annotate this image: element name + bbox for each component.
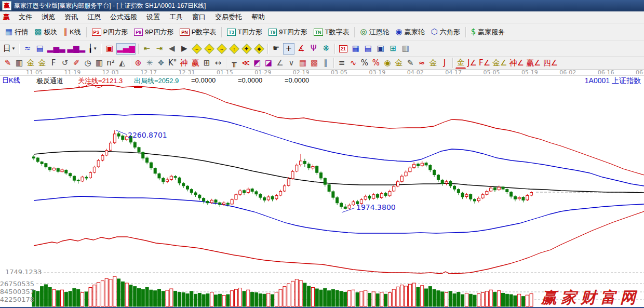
title-bar[interactable]: 赢 赢家江恩专业版[赢家内部服务平台] - [上证指数 SH1A0001-167… [0, 0, 644, 11]
chart9-icon[interactable]: ▃▆▂ [67, 43, 86, 55]
fan-box2-icon[interactable]: ◪ [263, 58, 274, 68]
ying-ruler-icon[interactable]: 赢 [190, 58, 200, 68]
last-page-icon[interactable]: ⇥ [154, 43, 165, 55]
gold-circle-icon[interactable]: ◉ [382, 58, 393, 68]
memo-icon[interactable]: ▤ [363, 43, 374, 55]
j-line-icon[interactable]: J [439, 58, 450, 68]
pen-ruler-icon[interactable]: ✐ [71, 58, 82, 68]
gold-ruler2-icon[interactable]: 金 [37, 58, 47, 68]
gold-line-icon[interactable]: 金 [428, 58, 438, 68]
volume-panel-icon[interactable]: ▂▄▆ [116, 43, 136, 55]
brush-icon[interactable]: ✎ [3, 58, 13, 68]
first-page-icon[interactable]: ⇤ [141, 43, 153, 55]
spiral-icon[interactable]: ↺ [60, 58, 70, 68]
candle-style-selector[interactable]: ╽▼ [87, 43, 98, 55]
fan-box-icon[interactable]: ◩ [252, 58, 262, 68]
zoom-in-icon[interactable]: ✚ [241, 43, 252, 55]
hand-tool-icon[interactable]: ☛ [271, 43, 282, 55]
grid-red-icon[interactable]: ▦ [298, 58, 308, 68]
workstation-icon[interactable]: ▥ [400, 43, 411, 55]
f10-info-icon[interactable]: ▤ [34, 43, 46, 55]
chart-canvas[interactable]: 11-0511-1912-0312-1712-3101-1501-2902-19… [0, 70, 644, 308]
menu-item-tools[interactable]: 工具 [165, 12, 187, 22]
k-quote-icon[interactable]: K" [167, 58, 178, 68]
save-icon[interactable]: ▣ [375, 43, 386, 55]
hexagon-button[interactable]: ⬡六角形 [428, 26, 463, 38]
p-square-button[interactable]: PSP四方形 [89, 26, 131, 38]
quotes-button[interactable]: ▦行情 [3, 26, 31, 38]
fan-lines-icon[interactable]: ≪ [240, 58, 251, 68]
si-angle-icon[interactable]: 四∠ [542, 58, 558, 68]
p-number-button[interactable]: PNP数字表 [177, 26, 219, 38]
span-arrow-icon[interactable]: ↔ [213, 58, 223, 68]
chart3-icon[interactable]: ▂▅▃ [47, 43, 66, 55]
n2-icon[interactable]: n² [105, 58, 116, 68]
gold-angle2-icon[interactable]: 金∠ [492, 58, 507, 68]
gann-web-square-icon[interactable]: ❖ [156, 58, 166, 68]
price-column-icon[interactable]: ≡ [337, 58, 347, 68]
beam-icon[interactable]: ╥ [229, 58, 239, 68]
shen-ruler-icon[interactable]: 神 [179, 58, 189, 68]
grid-axis-icon[interactable]: ▩ [309, 58, 319, 68]
mirror-angle-icon[interactable]: ◭ [117, 58, 127, 68]
gann-tool-icon[interactable]: Ψ [308, 43, 319, 55]
gann-web-icon[interactable]: ✳ [144, 58, 155, 68]
web-tool-icon[interactable]: ❋ [320, 43, 332, 55]
percent-red-icon[interactable]: % [371, 58, 381, 68]
period-day-selector[interactable]: 日▼ [3, 43, 16, 55]
kline-chart[interactable]: 11-0511-1912-0312-1712-3101-1501-2902-19… [0, 70, 644, 308]
t9-square-button[interactable]: T99T四方形 [266, 26, 310, 38]
percent-icon[interactable]: % [359, 58, 370, 68]
menu-item-news[interactable]: 资讯 [60, 12, 83, 22]
j-angle-icon[interactable]: J∠ [467, 58, 477, 68]
menu-item-gann[interactable]: 江恩 [83, 12, 105, 22]
calendar-21-icon[interactable]: 21 [338, 43, 349, 55]
circle-target-icon[interactable]: ⊕ [133, 58, 143, 68]
winner-service-button[interactable]: $赢家服务 [468, 26, 508, 38]
shift-left-icon[interactable]: ← [191, 43, 203, 55]
crosshair-tool-icon[interactable]: + [283, 43, 294, 55]
menu-item-window[interactable]: 窗口 [187, 12, 210, 22]
gold-angle-icon[interactable]: 金 [455, 58, 466, 69]
ruler2-icon[interactable]: ▥ [94, 58, 104, 68]
menu-item-file[interactable]: 文件 [14, 12, 37, 22]
f-angle-icon[interactable]: F∠ [478, 58, 491, 68]
zoom-horizontal-icon[interactable]: ↔ [216, 43, 227, 55]
menu-item-settings[interactable]: 设置 [142, 12, 165, 22]
zoom-full-icon[interactable]: ◆ [253, 43, 265, 55]
mark-pen-icon[interactable]: ✎ [405, 58, 415, 68]
shift-right-icon[interactable]: → [204, 43, 215, 55]
kline-button[interactable]: ∥K线 [61, 26, 83, 38]
trend-curve-icon[interactable]: ≈ [22, 43, 33, 55]
menu-item-help[interactable]: 帮助 [247, 12, 270, 22]
menu-item-trade-entrust[interactable]: 交易委托 [210, 12, 247, 22]
menu-item-formula-stock-pick[interactable]: 公式选股 [105, 12, 142, 22]
next-page-icon[interactable]: ▶ [179, 43, 190, 55]
grid-123-icon[interactable]: ⊞ [202, 58, 212, 68]
time-circle-icon[interactable]: ◷ [83, 58, 93, 68]
p9-square-button[interactable]: P99P四方形 [131, 26, 176, 38]
t-number-button[interactable]: TNT数字表 [311, 26, 352, 38]
calculator-icon[interactable]: ▦ [350, 43, 361, 55]
percent-wave-icon[interactable]: ∿ [348, 58, 358, 68]
save-web-icon[interactable]: ⊞ [387, 43, 399, 55]
winner-wheel-button[interactable]: ◉赢家轮 [393, 26, 427, 38]
parallel-lines-icon[interactable]: ∥ [320, 58, 331, 68]
gold-level-icon[interactable]: 金 [394, 58, 404, 68]
prev-page-icon[interactable]: ◀ [166, 43, 178, 55]
gann-wheel-button[interactable]: ◎江恩轮 [357, 26, 392, 38]
angle-measure-icon[interactable]: ∡ [296, 43, 307, 55]
gold-ruler-icon[interactable]: 金 [25, 58, 36, 68]
menu-item-browse[interactable]: 浏览 [37, 12, 60, 22]
kline-frame-icon[interactable]: ▣ [104, 43, 115, 55]
gann-ruler-icon[interactable]: ▥ [14, 58, 24, 68]
f-ruler-icon[interactable]: F [48, 58, 59, 68]
angle-lines-icon[interactable]: ∠ [275, 58, 285, 68]
shen-angle-icon[interactable]: 神∠ [509, 58, 525, 68]
t-square-button[interactable]: T3T四方形 [224, 26, 264, 38]
ying-angle-icon[interactable]: 赢∠ [526, 58, 541, 68]
sectors-button[interactable]: ▩板块 [32, 26, 60, 38]
v-lines-icon[interactable]: ∨ [286, 58, 297, 68]
band-icon[interactable]: ≈ [417, 58, 427, 68]
zoom-vertical-icon[interactable]: ↕ [229, 43, 240, 55]
